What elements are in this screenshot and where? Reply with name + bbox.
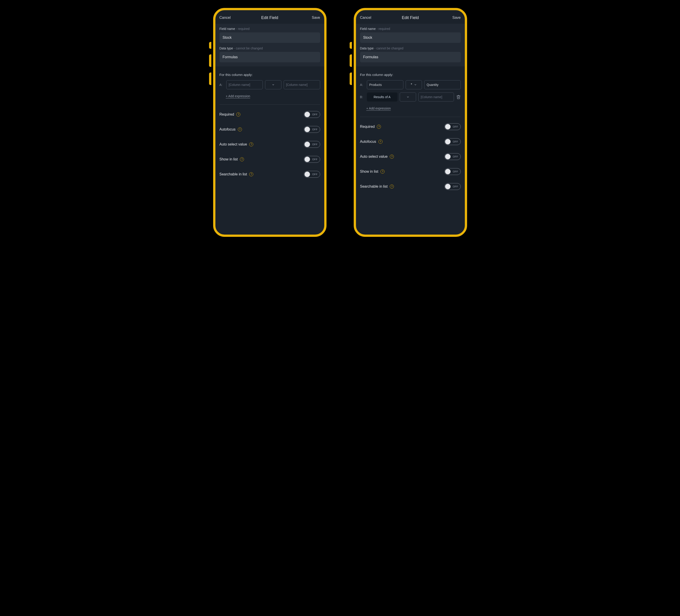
- switch-knob: [305, 172, 310, 177]
- toggle-row: Auto select value?OFF: [356, 149, 465, 164]
- expression-left-input[interactable]: Products: [367, 80, 403, 89]
- toggle-row: Searchable in list?OFF: [216, 167, 324, 182]
- chevron-down-icon: [272, 83, 275, 86]
- switch-state: OFF: [453, 140, 458, 143]
- apply-label: For this column apply:: [360, 73, 461, 77]
- toggle-label: Autofocus: [360, 140, 376, 144]
- field-name-label: Field name - required: [220, 27, 320, 31]
- toggle-row: Show in list?OFF: [356, 164, 465, 179]
- switch-knob: [305, 127, 310, 132]
- switch-state: OFF: [453, 125, 458, 128]
- switch-knob: [445, 154, 451, 159]
- toggle-label: Show in list: [360, 170, 378, 174]
- cancel-button[interactable]: Cancel: [220, 16, 231, 20]
- data-type-input: [220, 52, 320, 62]
- field-name-label: Field name - required: [360, 27, 461, 31]
- cancel-button[interactable]: Cancel: [360, 16, 371, 20]
- toggle-label: Auto select value: [220, 142, 247, 146]
- save-button[interactable]: Save: [452, 16, 460, 20]
- help-icon[interactable]: ?: [249, 172, 253, 176]
- toggle-row: Autofocus?OFF: [216, 122, 324, 137]
- divider: [360, 117, 461, 117]
- toggle-switch[interactable]: OFF: [445, 123, 461, 130]
- toggle-row: Searchable in list?OFF: [356, 179, 465, 194]
- operator-symbol: *: [410, 83, 412, 87]
- page-title: Edit Field: [402, 16, 419, 20]
- toggle-switch[interactable]: OFF: [445, 168, 461, 175]
- switch-state: OFF: [312, 113, 318, 116]
- switch-state: OFF: [453, 155, 458, 158]
- toggle-switch[interactable]: OFF: [304, 141, 320, 148]
- data-type-label: Data type - cannot be changed: [220, 47, 320, 50]
- switch-state: OFF: [312, 158, 318, 161]
- data-type-input: [360, 52, 461, 62]
- switch-knob: [305, 142, 310, 147]
- toggle-switch[interactable]: OFF: [304, 126, 320, 133]
- help-icon[interactable]: ?: [390, 184, 394, 188]
- switch-knob: [445, 184, 451, 189]
- switch-knob: [305, 156, 310, 162]
- expression-operator-select[interactable]: [265, 80, 281, 89]
- toggle-label: Searchable in list: [220, 172, 247, 176]
- help-icon[interactable]: ?: [249, 142, 253, 146]
- expression-label: A:: [360, 83, 365, 87]
- switch-knob: [445, 139, 451, 144]
- expression-row: A:[Column name][Column name]: [220, 80, 320, 89]
- expression-operator-select[interactable]: [400, 92, 416, 101]
- save-button[interactable]: Save: [312, 16, 320, 20]
- toggle-row: Required?OFF: [216, 107, 324, 122]
- switch-state: OFF: [453, 170, 458, 173]
- phone-frame: CancelEdit FieldSaveField name - require…: [354, 8, 467, 237]
- toggle-row: Auto select value?OFF: [216, 137, 324, 152]
- toggle-switch[interactable]: OFF: [304, 171, 320, 178]
- toggle-switch[interactable]: OFF: [445, 153, 461, 160]
- toggle-switch[interactable]: OFF: [304, 156, 320, 163]
- toggle-row: Required?OFF: [356, 119, 465, 134]
- chevron-down-icon: [406, 96, 409, 98]
- switch-state: OFF: [312, 173, 318, 176]
- field-name-input[interactable]: [220, 32, 320, 43]
- help-icon[interactable]: ?: [236, 112, 240, 117]
- switch-state: OFF: [312, 143, 318, 146]
- switch-knob: [305, 112, 310, 117]
- expression-right-input[interactable]: Quantity: [424, 80, 461, 89]
- page-title: Edit Field: [261, 16, 278, 20]
- phone-frame: CancelEdit FieldSaveField name - require…: [213, 8, 327, 237]
- help-icon[interactable]: ?: [378, 140, 382, 144]
- switch-knob: [445, 124, 451, 129]
- add-expression-button[interactable]: + Add expression: [226, 94, 250, 98]
- chevron-down-icon: [414, 83, 417, 86]
- switch-state: OFF: [312, 128, 318, 131]
- expression-right-input[interactable]: [Column name]: [418, 92, 454, 101]
- delete-expression-icon[interactable]: [456, 95, 461, 99]
- expression-row: A:Products*Quantity: [360, 80, 461, 89]
- toggle-label: Autofocus: [220, 127, 235, 131]
- expression-operator-select[interactable]: *: [406, 80, 422, 89]
- expression-label: B:: [360, 95, 365, 99]
- toggle-switch[interactable]: OFF: [445, 138, 461, 145]
- help-icon[interactable]: ?: [380, 170, 385, 174]
- help-icon[interactable]: ?: [377, 125, 381, 129]
- switch-knob: [445, 169, 451, 174]
- toggle-switch[interactable]: OFF: [304, 111, 320, 118]
- toggle-label: Show in list: [220, 157, 238, 162]
- expression-label: A:: [220, 83, 224, 87]
- expression-right-input[interactable]: [Column name]: [284, 80, 320, 89]
- data-type-label: Data type - cannot be changed: [360, 47, 461, 50]
- switch-state: OFF: [453, 185, 458, 188]
- toggle-label: Required: [220, 112, 234, 117]
- help-icon[interactable]: ?: [390, 154, 394, 159]
- add-expression-button[interactable]: + Add expression: [366, 107, 391, 110]
- toggle-label: Auto select value: [360, 154, 388, 159]
- divider: [220, 105, 320, 105]
- apply-label: For this column apply:: [220, 73, 320, 77]
- help-icon[interactable]: ?: [238, 127, 242, 131]
- help-icon[interactable]: ?: [240, 157, 244, 162]
- toggle-row: Show in list?OFF: [216, 152, 324, 167]
- toggle-row: Autofocus?OFF: [356, 134, 465, 149]
- expression-left-input[interactable]: [Column name]: [226, 80, 263, 89]
- field-name-input[interactable]: [360, 32, 461, 43]
- toggle-switch[interactable]: OFF: [445, 183, 461, 190]
- toggle-label: Searchable in list: [360, 184, 388, 188]
- expression-left-static: Results of A: [367, 92, 397, 101]
